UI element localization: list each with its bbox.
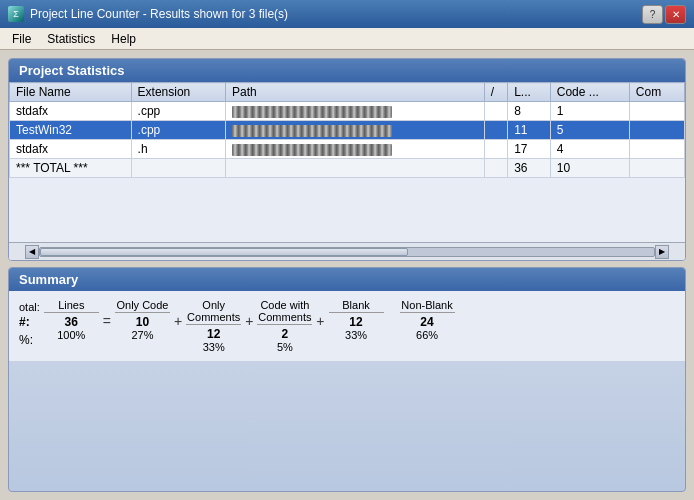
op-plus-2: + bbox=[241, 299, 257, 329]
col-extension[interactable]: Extension bbox=[131, 83, 225, 102]
menu-bar: File Statistics Help bbox=[0, 28, 694, 50]
pct-label: %: bbox=[19, 331, 40, 349]
cell-slash bbox=[484, 159, 507, 178]
blank-header: Blank bbox=[329, 299, 384, 313]
summary-only-code: Only Code 10 27% bbox=[115, 299, 170, 341]
cell-filename: stdafx bbox=[10, 102, 132, 121]
op-plus-3: + bbox=[312, 299, 328, 329]
path-redacted bbox=[232, 125, 392, 137]
only-code-header: Only Code bbox=[115, 299, 170, 313]
cell-path bbox=[225, 159, 484, 178]
scroll-left-arrow[interactable]: ◀ bbox=[25, 245, 39, 259]
non-blank-pct: 66% bbox=[416, 329, 438, 341]
cell-filename: stdafx bbox=[10, 140, 132, 159]
cell-slash bbox=[484, 140, 507, 159]
col-slash[interactable]: / bbox=[484, 83, 507, 102]
summary-label-col: otal: #: %: bbox=[19, 299, 40, 349]
cell-extension: .cpp bbox=[131, 121, 225, 140]
cell-extension: .cpp bbox=[131, 102, 225, 121]
summary-non-blank: Non-Blank 24 66% bbox=[400, 299, 455, 341]
cell-path bbox=[225, 102, 484, 121]
col-path[interactable]: Path bbox=[225, 83, 484, 102]
table-row[interactable]: stdafx .cpp 8 1 bbox=[10, 102, 685, 121]
cell-lines: 17 bbox=[508, 140, 551, 159]
title-text: Project Line Counter - Results shown for… bbox=[30, 7, 288, 21]
summary-only-comments: OnlyComments 12 33% bbox=[186, 299, 241, 353]
cell-code: 4 bbox=[550, 140, 629, 159]
cell-extension bbox=[131, 159, 225, 178]
cell-com bbox=[629, 159, 684, 178]
lines-num: 36 bbox=[65, 315, 78, 329]
col-filename[interactable]: File Name bbox=[10, 83, 132, 102]
app-icon: Σ bbox=[8, 6, 24, 22]
table-row[interactable]: TestWin32 .cpp 11 5 bbox=[10, 121, 685, 140]
project-stats-body: File Name Extension Path / L... Code ...… bbox=[9, 82, 685, 260]
op-plus-1: + bbox=[170, 299, 186, 329]
table-row[interactable]: stdafx .h 17 4 bbox=[10, 140, 685, 159]
cell-slash bbox=[484, 102, 507, 121]
scrollbar-thumb[interactable] bbox=[40, 248, 408, 256]
summary-header: Summary bbox=[9, 268, 685, 291]
summary-panel: Summary otal: #: %: Lines 36 100% = bbox=[8, 267, 686, 492]
code-with-comments-pct: 5% bbox=[277, 341, 293, 353]
cell-com bbox=[629, 121, 684, 140]
title-buttons: ? ✕ bbox=[642, 5, 686, 24]
code-with-comments-header: Code withComments bbox=[257, 299, 312, 325]
summary-blank: Blank 12 33% bbox=[329, 299, 384, 341]
summary-lines: Lines 36 100% bbox=[44, 299, 99, 341]
cell-com bbox=[629, 102, 684, 121]
scrollbar-track[interactable] bbox=[39, 247, 655, 257]
help-title-button[interactable]: ? bbox=[642, 5, 663, 24]
only-code-num: 10 bbox=[136, 315, 149, 329]
cell-lines: 36 bbox=[508, 159, 551, 178]
non-blank-header: Non-Blank bbox=[400, 299, 455, 313]
cell-code: 5 bbox=[550, 121, 629, 140]
only-comments-num: 12 bbox=[207, 327, 220, 341]
col-lines[interactable]: L... bbox=[508, 83, 551, 102]
scroll-right-arrow[interactable]: ▶ bbox=[655, 245, 669, 259]
main-content: Project Statistics File Name Extension P… bbox=[0, 50, 694, 500]
cell-filename: TestWin32 bbox=[10, 121, 132, 140]
close-title-button[interactable]: ✕ bbox=[665, 5, 686, 24]
summary-content: otal: #: %: Lines 36 100% = Only Code 10… bbox=[19, 299, 675, 353]
cell-code: 10 bbox=[550, 159, 629, 178]
lines-pct: 100% bbox=[57, 329, 85, 341]
menu-statistics[interactable]: Statistics bbox=[39, 30, 103, 48]
table-container[interactable]: File Name Extension Path / L... Code ...… bbox=[9, 82, 685, 242]
menu-file[interactable]: File bbox=[4, 30, 39, 48]
project-stats-table: File Name Extension Path / L... Code ...… bbox=[9, 82, 685, 178]
cell-path bbox=[225, 140, 484, 159]
code-with-comments-num: 2 bbox=[282, 327, 289, 341]
only-comments-pct: 33% bbox=[203, 341, 225, 353]
cell-path bbox=[225, 121, 484, 140]
horizontal-scroll-area[interactable]: ◀ ▶ bbox=[9, 242, 685, 260]
non-blank-num: 24 bbox=[420, 315, 433, 329]
table-row[interactable]: *** TOTAL *** 36 10 bbox=[10, 159, 685, 178]
only-code-pct: 27% bbox=[131, 329, 153, 341]
path-redacted bbox=[232, 106, 392, 118]
blank-num: 12 bbox=[349, 315, 362, 329]
lines-header: Lines bbox=[44, 299, 99, 313]
title-bar: Σ Project Line Counter - Results shown f… bbox=[0, 0, 694, 28]
total-label: otal: bbox=[19, 299, 40, 313]
hash-label: #: bbox=[19, 313, 40, 331]
summary-body: otal: #: %: Lines 36 100% = Only Code 10… bbox=[9, 291, 685, 361]
col-code[interactable]: Code ... bbox=[550, 83, 629, 102]
project-stats-header: Project Statistics bbox=[9, 59, 685, 82]
title-bar-left: Σ Project Line Counter - Results shown f… bbox=[8, 6, 288, 22]
summary-code-with-comments: Code withComments 2 5% bbox=[257, 299, 312, 353]
only-comments-header: OnlyComments bbox=[186, 299, 241, 325]
cell-filename: *** TOTAL *** bbox=[10, 159, 132, 178]
table-header-row: File Name Extension Path / L... Code ...… bbox=[10, 83, 685, 102]
table-body: stdafx .cpp 8 1 TestWin32 .cpp 11 5 stda… bbox=[10, 102, 685, 178]
op-equals: = bbox=[99, 299, 115, 329]
cell-extension: .h bbox=[131, 140, 225, 159]
cell-lines: 11 bbox=[508, 121, 551, 140]
cell-slash bbox=[484, 121, 507, 140]
cell-com bbox=[629, 140, 684, 159]
col-com[interactable]: Com bbox=[629, 83, 684, 102]
menu-help[interactable]: Help bbox=[103, 30, 144, 48]
cell-lines: 8 bbox=[508, 102, 551, 121]
project-stats-panel: Project Statistics File Name Extension P… bbox=[8, 58, 686, 261]
cell-code: 1 bbox=[550, 102, 629, 121]
